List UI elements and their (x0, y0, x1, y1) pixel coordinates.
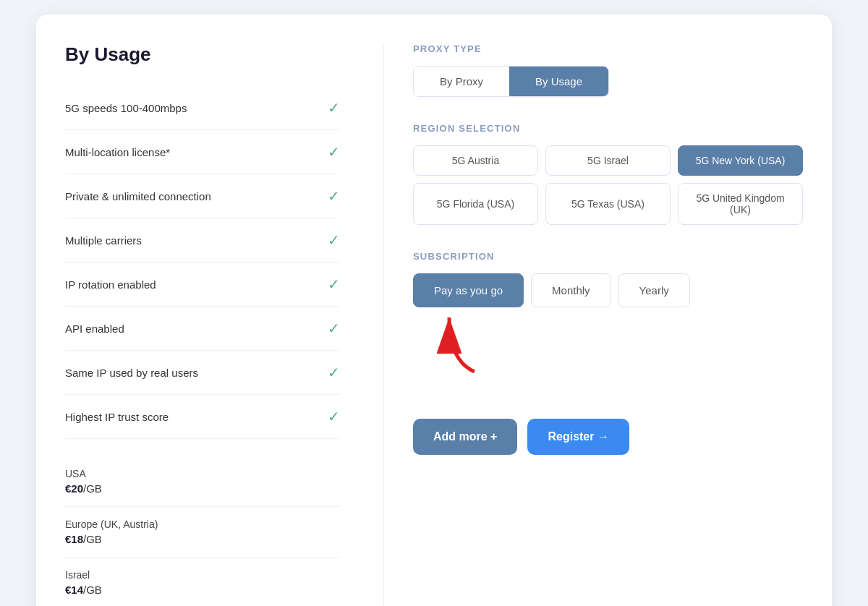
feature-text: API enabled (65, 323, 124, 335)
feature-text: IP rotation enabled (65, 278, 156, 291)
feature-text: 5G speeds 100-400mbps (65, 102, 187, 114)
pricing-region: Europe (UK, Austria) (65, 518, 340, 530)
feature-text: Same IP used by real users (65, 367, 198, 379)
feature-item: Same IP used by real users ✓ (65, 351, 340, 395)
feature-text: Private & unlimited connection (65, 190, 211, 202)
region-selection-section: REGION SELECTION 5G Austria5G Israel5G N… (413, 123, 803, 225)
region-button[interactable]: 5G Texas (USA) (545, 183, 671, 225)
region-button[interactable]: 5G Florida (USA) (413, 183, 538, 225)
subscription-button[interactable]: Monthly (531, 273, 611, 307)
register-button[interactable]: Register → (527, 419, 629, 455)
subscription-label: SUBSCRIPTION (413, 251, 803, 262)
check-icon: ✓ (328, 276, 340, 293)
check-icon: ✓ (328, 364, 340, 381)
check-icon: ✓ (328, 187, 340, 205)
feature-text: Highest IP trust score (65, 411, 169, 423)
feature-item: 5G speeds 100-400mbps ✓ (65, 86, 340, 130)
region-button[interactable]: 5G New York (USA) (678, 145, 803, 176)
region-grid: 5G Austria5G Israel5G New York (USA)5G F… (413, 145, 803, 225)
pricing-section: USA €20/GB Europe (UK, Austria) €18/GB I… (65, 456, 340, 606)
proxy-type-toggle: By ProxyBy Usage (413, 66, 609, 97)
proxy-type-button[interactable]: By Usage (509, 67, 608, 96)
feature-item: IP rotation enabled ✓ (65, 263, 340, 307)
features-list: 5G speeds 100-400mbps ✓ Multi-location l… (65, 86, 340, 439)
proxy-type-button[interactable]: By Proxy (414, 67, 509, 96)
check-icon: ✓ (328, 408, 340, 425)
feature-item: Multi-location license* ✓ (65, 130, 340, 174)
main-card: By Usage 5G speeds 100-400mbps ✓ Multi-l… (36, 14, 832, 606)
check-icon: ✓ (328, 99, 340, 116)
page-title: By Usage (65, 43, 340, 66)
region-button[interactable]: 5G United Kingdom (UK) (678, 183, 803, 225)
left-panel: By Usage 5G speeds 100-400mbps ✓ Multi-l… (65, 43, 369, 606)
pricing-value: €14/GB (65, 584, 340, 596)
pricing-item: USA €20/GB (65, 456, 340, 507)
pricing-value: €20/GB (65, 482, 340, 495)
subscription-button[interactable]: Yearly (618, 273, 690, 307)
pricing-value: €18/GB (65, 533, 340, 545)
panel-divider (383, 43, 384, 606)
region-button[interactable]: 5G Israel (545, 145, 671, 176)
arrow-icon (435, 310, 493, 375)
check-icon: ✓ (328, 143, 340, 161)
proxy-type-label: PROXY TYPE (413, 43, 803, 54)
region-selection-label: REGION SELECTION (413, 123, 803, 134)
pricing-region: USA (65, 468, 340, 479)
feature-text: Multiple carriers (65, 234, 142, 247)
feature-item: Highest IP trust score ✓ (65, 395, 340, 439)
feature-text: Multi-location license* (65, 146, 170, 158)
right-panel: PROXY TYPE By ProxyBy Usage REGION SELEC… (399, 43, 803, 606)
check-icon: ✓ (328, 320, 340, 337)
subscription-button[interactable]: Pay as you go (413, 273, 524, 307)
bottom-buttons: Add more + Register → (413, 419, 803, 455)
pricing-item: Israel €14/GB (65, 558, 340, 606)
proxy-type-section: PROXY TYPE By ProxyBy Usage (413, 43, 803, 97)
feature-item: API enabled ✓ (65, 307, 340, 351)
check-icon: ✓ (328, 231, 340, 249)
arrow-container (413, 310, 803, 375)
region-button[interactable]: 5G Austria (413, 145, 538, 176)
subscription-row: Pay as you goMonthlyYearly (413, 273, 803, 307)
feature-item: Multiple carriers ✓ (65, 218, 340, 263)
feature-item: Private & unlimited connection ✓ (65, 174, 340, 218)
add-more-button[interactable]: Add more + (413, 419, 517, 455)
pricing-region: Israel (65, 569, 340, 581)
subscription-section: SUBSCRIPTION Pay as you goMonthlyYearly (413, 251, 803, 375)
pricing-item: Europe (UK, Austria) €18/GB (65, 507, 340, 558)
